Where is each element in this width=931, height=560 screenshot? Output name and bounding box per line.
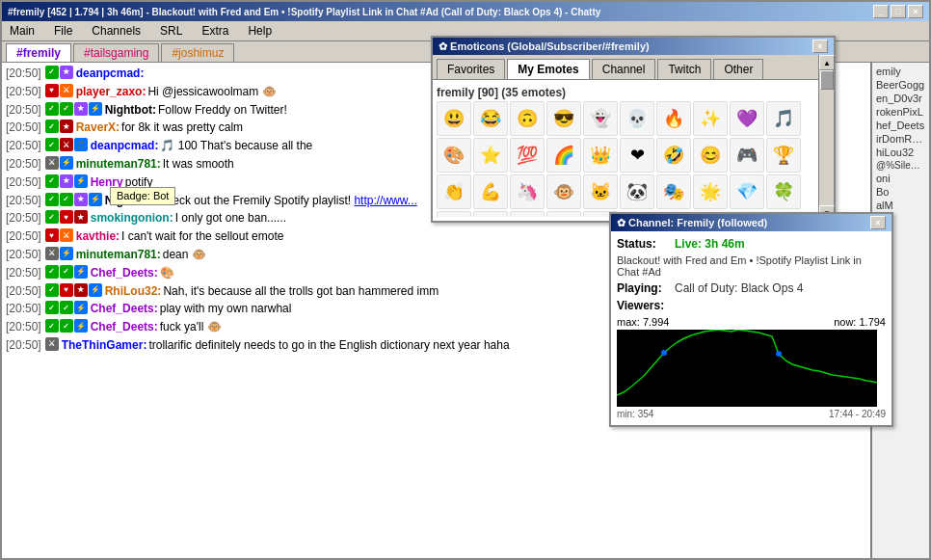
badge-heart: ♥ [60, 210, 73, 224]
channel-title-bar: ✿ Channel: Fremily (followed) × [611, 214, 891, 231]
badge-check: ✓ [45, 265, 59, 279]
menu-extra[interactable]: Extra [198, 23, 232, 39]
sidebar-user: irDomRock [874, 132, 927, 146]
channel-title-row: Blackout! with Fred and Em • !Spotify Pl… [617, 254, 886, 278]
chat-username: Chef_Deets: [91, 265, 158, 281]
viewers-max: max: 7.994 [617, 316, 669, 328]
emoticons-close-button[interactable]: × [812, 40, 828, 53]
emoticons-tabs: Favorites My Emotes Channel Twitch Other [433, 55, 834, 80]
channel-playing-row: Playing: Call of Duty: Black Ops 4 [617, 281, 886, 295]
tab-twitch[interactable]: Twitch [657, 59, 711, 79]
emote-item[interactable]: 💎 [730, 174, 764, 209]
emote-item[interactable]: 🍀 [766, 174, 801, 209]
badge-check2: ✓ [60, 193, 73, 206]
tab-tailsgaming[interactable]: #tailsgaming [73, 43, 159, 62]
menu-channels[interactable]: Channels [88, 23, 145, 39]
chat-message: potify [125, 174, 153, 191]
channel-close-button[interactable]: × [870, 216, 886, 229]
chat-message: Follow Freddy on Twitter! [158, 102, 287, 119]
emote-item[interactable]: 🎮 [730, 138, 764, 173]
sidebar-user: @%SilenceSheld [874, 159, 927, 172]
badge-star: ⚔ [60, 138, 73, 151]
emote-item[interactable]: 🎵 [766, 101, 801, 136]
tab-favorites[interactable]: Favorites [437, 59, 505, 79]
badge-star: ★ [74, 210, 88, 224]
chat-username: Chef_Deets: [91, 301, 158, 317]
badge-sub: ★ [60, 66, 73, 79]
emote-item[interactable]: 👑 [583, 138, 618, 173]
emote-item[interactable]: ❤ [620, 138, 654, 173]
emote-item[interactable]: ⚡ [437, 211, 471, 217]
emoticons-scrollbar[interactable]: ▲ ▼ [818, 55, 834, 221]
emote-item[interactable]: 💜 [730, 101, 764, 136]
tab-my-emotes[interactable]: My Emotes [507, 59, 589, 79]
menu-file[interactable]: File [50, 23, 76, 39]
graph-point [661, 350, 667, 356]
emote-item[interactable]: 😃 [437, 101, 471, 136]
badge-sub: ★ [74, 102, 88, 116]
window-controls: _ □ × [873, 5, 923, 18]
emote-item[interactable]: 🎪 [510, 211, 545, 217]
chat-message: dean 🐵 [163, 247, 206, 263]
emote-item[interactable]: 🔥 [656, 101, 691, 136]
viewers-now: now: 1.794 [834, 316, 886, 328]
emote-item[interactable]: 😊 [693, 138, 728, 173]
emote-item[interactable]: 🎸 [546, 211, 581, 217]
sidebar-user: Bo [874, 185, 927, 199]
emote-item[interactable]: 🦄 [510, 174, 545, 209]
emote-item[interactable]: ⭐ [473, 138, 508, 173]
chat-message: I only got one ban...... [175, 210, 286, 227]
emote-item[interactable]: 👻 [583, 101, 618, 136]
emote-item[interactable]: 💀 [620, 101, 654, 136]
emote-item[interactable]: 🐵 [546, 174, 581, 209]
emote-item[interactable]: 👏 [437, 174, 471, 209]
graph-point [776, 351, 782, 357]
sidebar-user: hef_Deets [874, 119, 927, 132]
emote-item[interactable]: 🤣 [656, 138, 691, 173]
emote-item[interactable]: 🙃 [510, 101, 545, 136]
scroll-up-arrow[interactable]: ▲ [819, 55, 835, 70]
chat-username: RaverX: [76, 120, 120, 136]
tab-channel[interactable]: Channel [592, 59, 656, 79]
badge-mod: 🎵 [74, 138, 88, 151]
emote-item[interactable]: 🏆 [766, 138, 801, 173]
tab-other[interactable]: Other [713, 59, 763, 79]
window-title: #fremily [452 | 1.794 | 3h 46m] - Blacko… [8, 7, 600, 17]
emote-item[interactable]: 🎭 [656, 174, 691, 209]
emote-item[interactable]: 🐼 [620, 174, 654, 209]
badge-bits: ★ [74, 283, 88, 297]
chat-link[interactable]: http://www... [354, 194, 416, 207]
title-bar: #fremily [452 | 1.794 | 3h 46m] - Blacko… [2, 2, 929, 21]
emote-item[interactable]: 🐱 [583, 174, 618, 209]
badge-mod: ⚡ [89, 102, 102, 116]
emote-item[interactable]: 😎 [546, 101, 581, 136]
sidebar-user: en_D0v3r [874, 92, 927, 105]
emoticons-window: ✿ Emoticons (Global/Subscriber/#fremily)… [431, 36, 836, 223]
tab-joshimuz[interactable]: #joshimuz [161, 43, 234, 62]
emote-item[interactable]: 🌈 [546, 138, 581, 173]
menu-help[interactable]: Help [244, 23, 276, 39]
emote-item[interactable]: ✨ [693, 101, 728, 136]
emote-item[interactable]: 🎨 [437, 138, 471, 173]
emote-item[interactable]: 💪 [473, 174, 508, 209]
badge-mod: ⚡ [60, 156, 73, 170]
badge-mod: ⚡ [89, 193, 102, 206]
menu-srl[interactable]: SRL [156, 23, 186, 39]
badge-check: ✓ [45, 66, 59, 79]
status-label: Status: [617, 237, 675, 251]
close-button[interactable]: × [908, 5, 923, 18]
chat-message: for 8k it was pretty calm [121, 120, 243, 136]
maximize-button[interactable]: □ [891, 5, 906, 18]
emote-item[interactable]: 🎯 [473, 211, 508, 217]
minimize-button[interactable]: _ [873, 5, 889, 18]
emote-item[interactable]: 💯 [510, 138, 545, 173]
badge-heart: ♥ [60, 283, 73, 297]
badge-check: ✓ [45, 301, 59, 314]
emote-item[interactable]: 😂 [473, 101, 508, 136]
channel-body: Status: Live: 3h 46m Blackout! with Fred… [611, 231, 891, 425]
menu-main[interactable]: Main [6, 23, 39, 39]
emote-item[interactable]: 🌟 [693, 174, 728, 209]
badge-check: ✓ [45, 193, 59, 206]
tab-fremily[interactable]: #fremily [6, 43, 71, 62]
main-window: #fremily [452 | 1.794 | 3h 46m] - Blacko… [0, 0, 931, 560]
